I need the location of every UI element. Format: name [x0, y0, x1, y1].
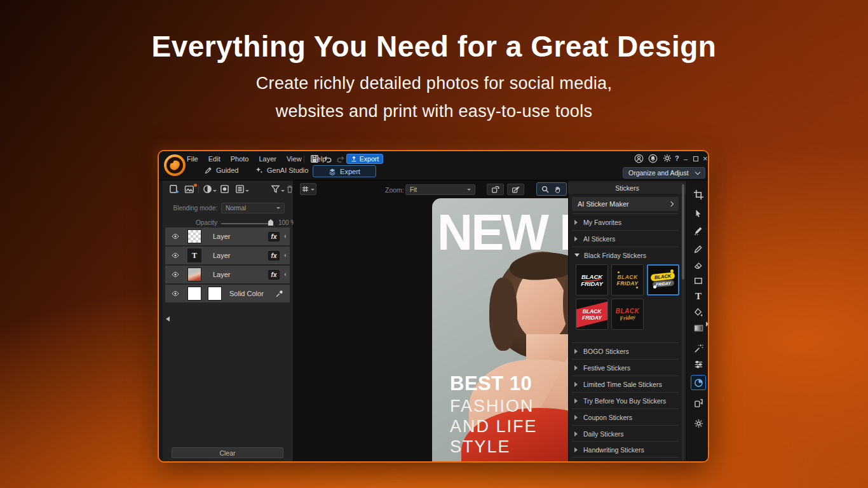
adjustment-layer-icon[interactable]: [203, 184, 212, 194]
layer-expand-icon[interactable]: [282, 234, 286, 238]
shape-tool[interactable]: [691, 273, 706, 288]
app-logo: [164, 154, 186, 176]
visibility-eye-icon[interactable]: [171, 290, 180, 297]
category-festive-stickers[interactable]: Festive Stickers: [572, 359, 679, 376]
fx-button[interactable]: fx: [268, 270, 280, 280]
layer-row-1[interactable]: Layer fx: [165, 227, 290, 245]
layer-list-dropdown-icon[interactable]: [245, 190, 249, 194]
sticker-thumb-4[interactable]: BLACK FRIDAY: [576, 299, 608, 330]
category-try-before-you-buy-stickers[interactable]: Try Before You Buy Stickers: [572, 392, 679, 409]
menu-photo[interactable]: Photo: [231, 155, 249, 163]
sticker-thumb-5[interactable]: BLACK Friday: [611, 299, 644, 330]
maximize-icon[interactable]: [693, 156, 698, 161]
account-icon[interactable]: [634, 154, 644, 163]
category-daily-stickers[interactable]: Daily Stickers: [572, 425, 679, 442]
chevron-down-icon: [695, 169, 700, 174]
layer-thumbnail-transparent[interactable]: [187, 229, 201, 243]
fx-button[interactable]: fx: [268, 232, 280, 241]
category-coupon-stickers[interactable]: Coupon Stickers: [572, 409, 679, 425]
solid-color-mask-swatch[interactable]: [208, 287, 222, 301]
category-ai-stickers[interactable]: AI Stickers: [572, 230, 679, 247]
filter-funnel-icon[interactable]: [271, 184, 280, 194]
eyedropper-icon[interactable]: [275, 290, 283, 298]
redo-icon[interactable]: [336, 155, 345, 163]
save-icon[interactable]: [310, 154, 319, 163]
blending-mode-dropdown[interactable]: Normal: [221, 203, 285, 214]
pan-hand-icon[interactable]: [554, 186, 562, 193]
fx-button[interactable]: fx: [268, 251, 280, 261]
filter-dropdown-icon[interactable]: [281, 190, 285, 194]
sticker-thumb-3-selected[interactable]: BLACK FRIDAY: [647, 264, 679, 295]
menu-file[interactable]: File: [187, 155, 198, 163]
visibility-eye-icon[interactable]: [171, 271, 180, 278]
tool-flyout-arrow-icon[interactable]: [706, 322, 709, 327]
ai-sticker-maker-label: AI Sticker Maker: [578, 200, 629, 208]
menu-view[interactable]: View: [287, 155, 302, 163]
menu-edit[interactable]: Edit: [208, 155, 220, 163]
preferences-tool[interactable]: [691, 416, 706, 431]
rotate-canvas-button[interactable]: [487, 184, 504, 195]
notifications-bell-icon[interactable]: [648, 154, 658, 163]
pick-tool[interactable]: [691, 206, 706, 221]
tab-expert[interactable]: Expert: [313, 165, 376, 177]
text-tool[interactable]: T: [691, 288, 706, 304]
new-layer-icon[interactable]: [169, 184, 179, 194]
ai-sticker-maker-item[interactable]: AI Sticker Maker: [572, 197, 679, 211]
trash-icon[interactable]: [285, 184, 294, 194]
selection-brush-tool[interactable]: [691, 222, 706, 238]
stickers-scrollbar-thumb[interactable]: [682, 184, 684, 280]
layer-row-2[interactable]: T Layer fx: [165, 247, 290, 264]
straighten-button[interactable]: [507, 184, 524, 195]
tab-genai-studio[interactable]: GenAI Studio: [255, 166, 308, 174]
menu-layer[interactable]: Layer: [259, 155, 276, 163]
layer-row-3[interactable]: Layer fx: [165, 266, 290, 283]
solid-color-swatch[interactable]: [187, 287, 201, 301]
visibility-eye-icon[interactable]: [171, 233, 180, 240]
sticker-thumb-2[interactable]: BLACK FRIDAY: [611, 264, 644, 295]
category-music-stickers[interactable]: Music Stickers: [572, 457, 679, 463]
export-button[interactable]: Export: [346, 154, 383, 164]
magic-wand-tool[interactable]: [691, 341, 706, 356]
category-handwriting-stickers[interactable]: Handwriting Stickers: [572, 441, 679, 458]
fill-tool[interactable]: [691, 304, 706, 320]
category-limited-time-sale-stickers[interactable]: Limited Time Sale Stickers: [572, 376, 679, 392]
undo-icon[interactable]: [323, 155, 332, 163]
visibility-eye-icon[interactable]: [171, 252, 180, 259]
adjustment-layer-dropdown-icon[interactable]: [213, 190, 217, 194]
layer-list-icon[interactable]: [235, 184, 245, 194]
layer-name[interactable]: Layer: [213, 233, 231, 240]
new-image-layer-icon[interactable]: [184, 185, 195, 194]
category-black-friday-stickers[interactable]: Black Friday Stickers: [572, 247, 679, 263]
organize-adjust-dropdown[interactable]: Organize and Adjust: [623, 167, 705, 179]
settings-gear-icon[interactable]: [663, 154, 672, 163]
brush-tool[interactable]: [691, 241, 706, 257]
layer-name[interactable]: Layer: [213, 271, 231, 278]
minimize-icon[interactable]: _: [684, 152, 688, 160]
zoom-dropdown[interactable]: Fit: [405, 184, 475, 195]
layer-name[interactable]: Solid Color: [229, 290, 264, 297]
mask-layer-icon[interactable]: [220, 184, 229, 194]
layer-thumbnail-photo[interactable]: [187, 268, 201, 281]
category-bogo-stickers[interactable]: BOGO Stickers: [572, 342, 679, 359]
category-my-favorites[interactable]: My Favorites: [572, 214, 679, 230]
adjust-tool[interactable]: [691, 356, 706, 372]
magnifier-icon[interactable]: [541, 186, 549, 193]
layer-name[interactable]: Layer: [213, 252, 231, 259]
gradient-tool[interactable]: [691, 320, 706, 336]
close-icon[interactable]: ×: [703, 154, 708, 163]
opacity-slider-track[interactable]: [221, 223, 273, 224]
crop-tool[interactable]: [691, 187, 706, 202]
grid-toggle-button[interactable]: [300, 183, 316, 195]
layer-expand-icon[interactable]: [282, 254, 286, 257]
layer-expand-icon[interactable]: [282, 273, 286, 276]
sticker-thumb-1[interactable]: BLACK FRIDAY: [576, 264, 608, 295]
clone-tool[interactable]: [691, 395, 706, 410]
color-wheel-tool-selected[interactable]: [691, 375, 706, 390]
layer-thumbnail-text[interactable]: T: [187, 248, 201, 262]
eraser-tool[interactable]: [691, 257, 706, 273]
clear-button[interactable]: Clear: [172, 447, 283, 458]
collapse-panel-arrow-icon[interactable]: [163, 316, 170, 322]
help-icon[interactable]: ?: [675, 154, 679, 162]
tab-guided[interactable]: Guided: [205, 166, 238, 174]
layer-row-solid-color[interactable]: Solid Color: [165, 285, 290, 302]
